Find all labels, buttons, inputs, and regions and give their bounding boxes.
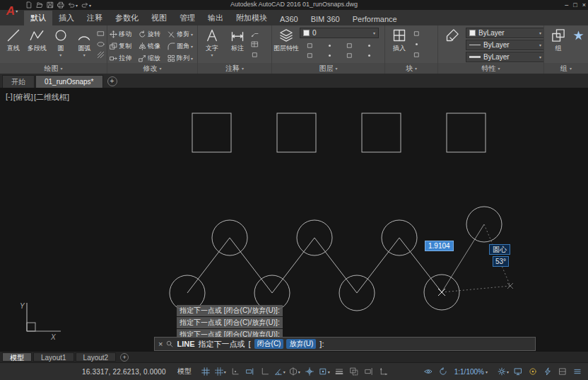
layer-lock-button[interactable]: [365, 42, 373, 50]
redo-button[interactable]: ▾: [81, 1, 91, 8]
close-button[interactable]: ×: [582, 1, 586, 8]
ellipse-button[interactable]: [97, 40, 105, 48]
save-button[interactable]: [47, 1, 54, 8]
annotation-visibility-toggle[interactable]: [421, 365, 435, 379]
minimize-button[interactable]: –: [565, 1, 568, 8]
cad-square[interactable]: [447, 113, 486, 152]
clean-screen-toggle[interactable]: [555, 365, 570, 379]
create-block-button[interactable]: [413, 30, 421, 38]
ribbon-tab-6[interactable]: 输出: [201, 11, 230, 25]
dimension-button[interactable]: 标注: [225, 26, 249, 62]
graphics-performance-toggle[interactable]: [541, 365, 555, 379]
command-option-0[interactable]: 闭合(C): [254, 339, 284, 349]
match-properties-button[interactable]: [440, 26, 464, 42]
dynamic-input-field[interactable]: 1.9104: [425, 241, 454, 251]
model-space-canvas[interactable]: YX: [0, 88, 588, 352]
move-button[interactable]: 移动: [110, 28, 137, 40]
grid-toggle[interactable]: [199, 365, 213, 379]
command-line[interactable]: × LINE 指定下一点或 [ 闭合(C)放弃(U) ]:: [154, 337, 536, 351]
lineweight-toggle[interactable]: [332, 365, 346, 379]
polyline-button[interactable]: 多段线: [26, 26, 49, 62]
viewport-control-2[interactable]: [二维线框]: [34, 92, 69, 103]
layer-isolate-button[interactable]: [326, 42, 334, 50]
object-snap-tracking-toggle[interactable]: [302, 365, 317, 379]
object-color-dropdown[interactable]: ByLayer▾: [466, 28, 543, 38]
ribbon-tab-8[interactable]: A360: [274, 13, 305, 25]
ribbon-tab-0[interactable]: 默认: [24, 11, 52, 25]
layer-properties-button[interactable]: 图层特性: [274, 26, 298, 53]
annotation-monitor-toggle[interactable]: [511, 365, 525, 379]
block-panel-footer[interactable]: 块▾: [385, 63, 437, 74]
layers-panel-footer[interactable]: 图层▾: [272, 63, 384, 74]
snap-mode-toggle[interactable]: ▾: [213, 365, 228, 379]
group-button[interactable]: 组: [546, 26, 570, 62]
viewport-control-1[interactable]: [俯视]: [13, 92, 33, 103]
array-button[interactable]: 阵列▾: [167, 52, 195, 63]
ortho-mode-toggle[interactable]: [258, 365, 272, 379]
layer-dropdown[interactable]: 0 ▾: [300, 28, 379, 38]
scale-button[interactable]: 缩放: [139, 52, 166, 63]
insert-block-button[interactable]: 插入: [387, 26, 411, 62]
text-button[interactable]: 文字▾: [200, 26, 224, 62]
ribbon-tab-7[interactable]: 附加模块: [230, 11, 274, 25]
trim-button[interactable]: 修剪▾: [167, 28, 195, 40]
command-option-1[interactable]: 放弃(U): [286, 339, 316, 349]
model-space-button[interactable]: 模型: [175, 365, 194, 378]
fillet-button[interactable]: 圆角▾: [167, 40, 195, 52]
edit-block-button[interactable]: [413, 40, 421, 48]
annotation-scale-button[interactable]: 1:1/100% ▾: [451, 368, 491, 376]
hatch-button[interactable]: [97, 51, 105, 59]
infer-constraints-toggle[interactable]: [228, 365, 242, 379]
groups-panel-footer[interactable]: 组▾: [544, 63, 588, 74]
linetype-dropdown[interactable]: ByLayer▾: [466, 40, 543, 50]
layout-tab-2[interactable]: Layout2: [76, 352, 117, 362]
search-icon[interactable]: [166, 340, 173, 347]
cad-square[interactable]: [362, 113, 401, 152]
layout-tab-0[interactable]: 模型: [2, 352, 32, 362]
ribbon-tab-10[interactable]: Performance: [346, 13, 404, 25]
drawing-area[interactable]: [-][俯视][二维线框] YX 1.9104 圆心 53° 指定下一点或 [闭…: [0, 88, 588, 352]
layer-walk-button[interactable]: [365, 52, 373, 59]
ribbon-tab-4[interactable]: 视图: [145, 11, 173, 25]
ucs-icon[interactable]: YX: [20, 302, 61, 341]
new-button[interactable]: [25, 1, 33, 8]
cad-square[interactable]: [192, 113, 231, 152]
ribbon-tab-9[interactable]: BIM 360: [305, 13, 346, 25]
file-tab-0[interactable]: 开始: [2, 75, 35, 88]
selection-cycling-toggle[interactable]: [362, 365, 376, 379]
lineweight-dropdown[interactable]: ByLayer▾: [466, 52, 543, 62]
define-attribute-button[interactable]: [413, 51, 421, 59]
object-snap-toggle[interactable]: ▾: [317, 365, 331, 379]
application-menu-button[interactable]: A ▾: [2, 0, 22, 21]
line-button[interactable]: 直线: [2, 26, 25, 62]
mirror-button[interactable]: 镜像: [139, 40, 166, 52]
command-line-close-button[interactable]: ×: [158, 340, 163, 348]
ribbon-tab-1[interactable]: 插入: [52, 11, 81, 25]
copy-button[interactable]: 复制: [110, 40, 137, 52]
viewport-control-0[interactable]: [-]: [6, 92, 13, 103]
modify-panel-footer[interactable]: 修改▾: [107, 63, 197, 74]
ribbon-tab-3[interactable]: 参数化: [109, 11, 145, 25]
open-button[interactable]: [36, 1, 43, 8]
table-button[interactable]: [251, 40, 259, 48]
layer-prev-button[interactable]: [346, 52, 353, 59]
isolate-objects-toggle[interactable]: [526, 365, 540, 379]
cad-square[interactable]: [277, 113, 316, 152]
ribbon-tab-2[interactable]: 注释: [81, 11, 109, 25]
layer-match-button[interactable]: [326, 52, 334, 59]
dim-style-button[interactable]: [251, 51, 259, 59]
customize-toggle[interactable]: [570, 365, 584, 379]
file-tab-1[interactable]: 01_runOsnaps*: [35, 75, 103, 88]
properties-panel-footer[interactable]: 特性▾: [438, 63, 543, 74]
polar-tracking-toggle[interactable]: ▾: [273, 365, 287, 379]
draw-panel-footer[interactable]: 绘图▾: [0, 63, 107, 74]
new-layout-button[interactable]: +: [120, 353, 129, 362]
workspace-switching-toggle[interactable]: ▾: [496, 365, 510, 379]
ribbon-tab-5[interactable]: 管理: [173, 11, 201, 25]
dynamic-input-toggle[interactable]: [243, 365, 257, 379]
undo-button[interactable]: ▾: [68, 1, 78, 8]
plot-button[interactable]: [57, 1, 64, 8]
layer-state-button[interactable]: [306, 52, 314, 59]
annotation-autoscale-toggle[interactable]: [436, 365, 450, 379]
new-drawing-tab-button[interactable]: +: [107, 76, 117, 86]
